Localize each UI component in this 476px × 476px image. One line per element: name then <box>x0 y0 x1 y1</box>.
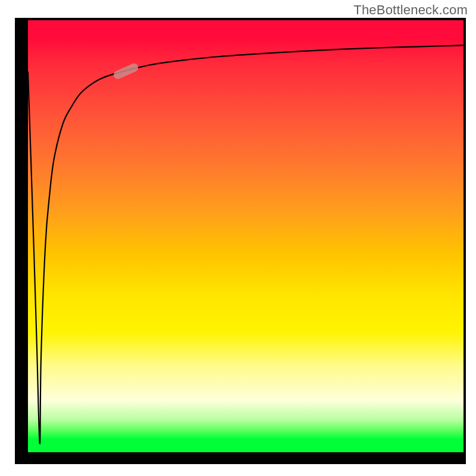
watermark-text: TheBottleneck.com <box>353 2 468 18</box>
plot-area <box>28 20 464 452</box>
curve-layer <box>28 20 464 452</box>
bottleneck-curve <box>28 45 464 444</box>
plot-outer-frame <box>15 18 466 464</box>
svg-rect-0 <box>112 62 140 80</box>
chart-stage: TheBottleneck.com <box>0 0 476 476</box>
highlight-marker <box>112 62 140 80</box>
